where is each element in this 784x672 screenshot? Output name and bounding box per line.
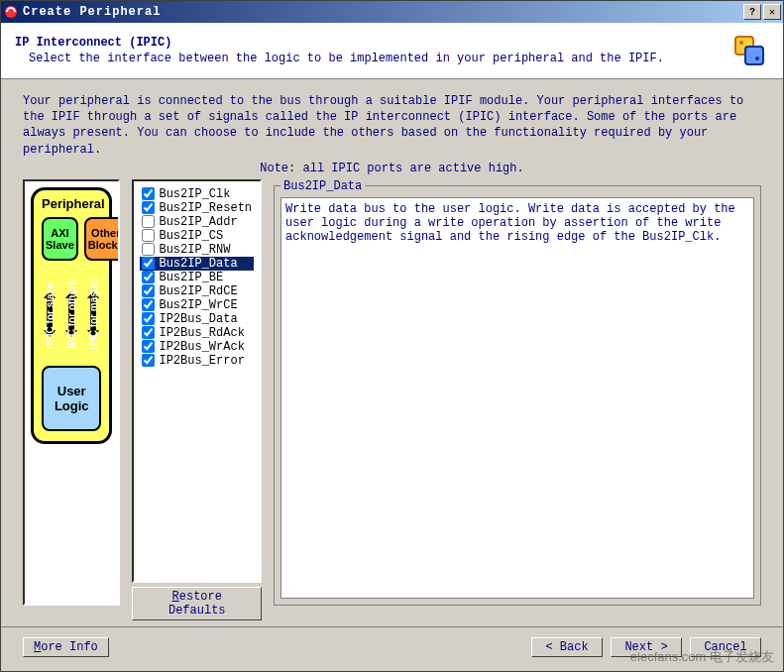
titlebar: Create Peripheral ? ✕ <box>1 1 783 23</box>
port-detail-legend: Bus2IP_Data <box>280 179 365 193</box>
window-title: Create Peripheral <box>23 5 743 19</box>
port-checkbox[interactable] <box>142 271 155 283</box>
port-checkbox[interactable] <box>142 340 155 353</box>
axi-slave-label: AXI Slave <box>46 227 74 251</box>
port-checkbox[interactable] <box>142 201 155 214</box>
port-label: Bus2IP_WrCE <box>159 298 237 312</box>
wizard-header: IP Interconnect (IPIC) Select the interf… <box>1 23 783 79</box>
port-label: Bus2IP_Data <box>159 257 237 271</box>
port-row[interactable]: Bus2IP_BE <box>140 271 254 284</box>
port-checkbox[interactable] <box>142 312 155 325</box>
header-text: IP Interconnect (IPIC) Select the interf… <box>15 36 722 65</box>
port-checkbox[interactable] <box>142 257 155 270</box>
cancel-button[interactable]: Cancel <box>690 637 761 657</box>
port-row[interactable]: Bus2IP_WrCE <box>140 298 254 312</box>
ipic-diagram: Peripheral AXI Slave Other Blocks AXI Ma… <box>31 187 112 598</box>
port-label: Bus2IP_RdCE <box>159 284 237 298</box>
page-title: IP Interconnect (IPIC) <box>15 36 722 50</box>
diagram-panel: Peripheral AXI Slave Other Blocks AXI Ma… <box>23 179 120 606</box>
port-label: IP2Bus_RdAck <box>159 326 244 340</box>
wizard-footer: More Info < Back Next > Cancel <box>1 626 783 671</box>
other-blocks-label: Other Blocks <box>88 227 121 251</box>
port-detail-group: Bus2IP_Data Write data bus to the user l… <box>274 179 761 606</box>
description-text: Your peripheral is connected to the bus … <box>23 93 761 158</box>
port-detail-text: Write data bus to the user logic. Write … <box>280 197 754 599</box>
arrow-others: IPIC for others <box>63 267 79 362</box>
port-label: Bus2IP_Resetn <box>159 201 252 215</box>
port-label: Bus2IP_Addr <box>159 215 237 229</box>
user-logic-block: User Logic <box>42 366 101 431</box>
port-label: Bus2IP_Clk <box>159 187 230 201</box>
other-blocks-block: Other Blocks <box>84 217 121 261</box>
port-checkbox[interactable] <box>142 187 155 200</box>
port-label: Bus2IP_BE <box>159 271 223 284</box>
port-row[interactable]: Bus2IP_Resetn <box>140 201 254 215</box>
page-subtitle: Select the interface between the logic t… <box>15 52 722 65</box>
wizard-body: Your peripheral is connected to the bus … <box>1 79 783 626</box>
port-checkbox[interactable] <box>142 229 155 242</box>
port-label: IP2Bus_Data <box>159 312 237 326</box>
port-row[interactable]: Bus2IP_RNW <box>140 243 254 257</box>
port-row[interactable]: IP2Bus_Data <box>140 312 254 326</box>
axi-slave-block: AXI Slave <box>42 217 78 261</box>
app-icon <box>3 4 19 20</box>
note-text: Note: all IPIC ports are active high. <box>23 162 761 175</box>
port-row[interactable]: IP2Bus_Error <box>140 354 254 368</box>
help-button[interactable]: ? <box>743 4 761 20</box>
arrow-master: IPIC for master <box>85 267 101 362</box>
peripheral-box: Peripheral AXI Slave Other Blocks AXI Ma… <box>31 187 112 444</box>
close-button[interactable]: ✕ <box>763 4 781 20</box>
port-checkbox[interactable] <box>142 298 155 311</box>
port-label: IP2Bus_WrAck <box>159 340 244 354</box>
ports-list[interactable]: Bus2IP_ClkBus2IP_ResetnBus2IP_AddrBus2IP… <box>132 179 262 583</box>
titlebar-buttons: ? ✕ <box>743 4 781 20</box>
arrow-master-label: IPIC for master <box>88 279 99 349</box>
port-row[interactable]: Bus2IP_Clk <box>140 187 254 201</box>
port-row[interactable]: Bus2IP_RdCE <box>140 284 254 298</box>
svg-point-4 <box>755 56 759 60</box>
port-label: Bus2IP_CS <box>159 229 223 243</box>
restore-defaults-button[interactable]: Restore Defaults <box>132 587 262 620</box>
port-label: Bus2IP_RNW <box>159 243 230 257</box>
port-checkbox[interactable] <box>142 354 155 367</box>
wizard-icon <box>729 31 769 70</box>
arrow-slave-label: IPIC for slave <box>45 282 56 345</box>
peripheral-label: Peripheral <box>42 196 101 211</box>
arrow-slave: IPIC for slave <box>42 267 57 362</box>
port-row[interactable]: Bus2IP_CS <box>140 229 254 243</box>
user-logic-label: User Logic <box>55 384 89 413</box>
port-row[interactable]: IP2Bus_WrAck <box>140 340 254 354</box>
next-button[interactable]: Next > <box>611 637 682 657</box>
port-checkbox[interactable] <box>142 284 155 297</box>
port-row[interactable]: Bus2IP_Data <box>140 257 254 271</box>
back-button[interactable]: < Back <box>531 637 603 657</box>
svg-point-3 <box>739 41 743 45</box>
port-checkbox[interactable] <box>142 326 155 339</box>
more-info-button[interactable]: More Info <box>23 637 109 657</box>
arrow-others-label: IPIC for others <box>66 280 77 348</box>
port-checkbox[interactable] <box>142 243 155 256</box>
svg-rect-2 <box>745 47 763 64</box>
port-checkbox[interactable] <box>142 215 155 228</box>
port-label: IP2Bus_Error <box>159 354 244 368</box>
wizard-window: Create Peripheral ? ✕ IP Interconnect (I… <box>0 0 784 672</box>
more-info-label: ore Info <box>41 640 98 654</box>
columns: Peripheral AXI Slave Other Blocks AXI Ma… <box>23 179 761 620</box>
port-row[interactable]: Bus2IP_Addr <box>140 215 254 229</box>
port-row[interactable]: IP2Bus_RdAck <box>140 326 254 340</box>
